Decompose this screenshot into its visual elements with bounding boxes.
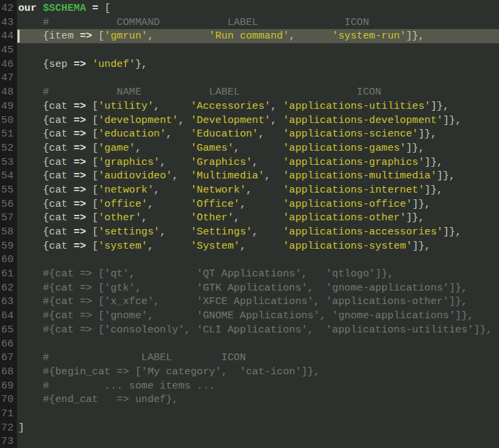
- line-number: 62: [0, 281, 17, 295]
- line-number: 66: [0, 337, 17, 351]
- code-line[interactable]: 57 {cat => ['other', 'Other', 'applicati…: [0, 211, 499, 225]
- code-line[interactable]: 64 #{cat => ['gnome', 'GNOME Application…: [0, 309, 499, 323]
- code-text: [17, 43, 499, 57]
- line-number: 60: [0, 253, 17, 267]
- code-line[interactable]: 55 {cat => ['network', 'Network', 'appli…: [0, 183, 499, 197]
- code-text: # COMMAND LABEL ICON: [17, 16, 499, 30]
- line-number: 53: [0, 155, 17, 170]
- text-cursor: [18, 30, 20, 43]
- line-number: 67: [0, 351, 17, 365]
- line-number: 54: [0, 169, 17, 183]
- code-text: {cat => ['audiovideo', 'Multimedia', 'ap…: [17, 169, 499, 183]
- code-text: {cat => ['graphics', 'Graphics', 'applic…: [17, 155, 499, 170]
- code-line[interactable]: 48 # NAME LABEL ICON: [0, 85, 499, 99]
- code-line[interactable]: 49 {cat => ['utility', 'Accessories', 'a…: [0, 99, 499, 114]
- line-number: 58: [0, 225, 17, 239]
- code-line[interactable]: 44 {item => ['gmrun', 'Run command', 'sy…: [0, 29, 499, 43]
- line-number: 56: [0, 197, 17, 211]
- line-number: 51: [0, 127, 17, 141]
- line-number: 42: [0, 1, 17, 16]
- code-text: #{begin_cat => ['My category', 'cat-icon…: [17, 365, 499, 379]
- code-line[interactable]: 69 # ... some items ...: [0, 379, 499, 393]
- code-line[interactable]: 63 #{cat => ['x_xfce', 'XFCE Application…: [0, 295, 499, 309]
- line-number: 63: [0, 295, 17, 309]
- code-text: ]: [17, 421, 499, 435]
- line-number: 55: [0, 183, 17, 197]
- code-text: our $SCHEMA = [: [17, 1, 499, 16]
- code-line[interactable]: 73: [0, 434, 499, 448]
- code-line[interactable]: 43 # COMMAND LABEL ICON: [0, 16, 499, 30]
- code-text: [17, 407, 499, 421]
- code-text: [17, 71, 499, 85]
- code-text: {cat => ['network', 'Network', 'applicat…: [17, 183, 499, 197]
- code-line[interactable]: 66: [0, 337, 499, 351]
- line-number: 43: [0, 16, 17, 30]
- code-text: #{cat => ['gtk', 'GTK Applications', 'gn…: [17, 281, 499, 295]
- code-lines: 42our $SCHEMA = [43 # COMMAND LABEL ICON…: [0, 1, 499, 448]
- code-line[interactable]: 53 {cat => ['graphics', 'Graphics', 'app…: [0, 155, 499, 170]
- line-number: 57: [0, 211, 17, 225]
- code-line[interactable]: 61 #{cat => ['qt', 'QT Applications', 'q…: [0, 267, 499, 281]
- line-number: 46: [0, 57, 17, 72]
- code-text: {cat => ['office', 'Office', 'applicatio…: [17, 197, 499, 211]
- line-number: 52: [0, 141, 17, 155]
- code-text: [17, 434, 499, 448]
- line-number: 71: [0, 407, 17, 421]
- line-number: 72: [0, 421, 17, 435]
- line-number: 69: [0, 379, 17, 393]
- line-number: 61: [0, 267, 17, 281]
- code-text: {sep => 'undef'},: [17, 57, 499, 72]
- code-text: #{cat => ['gnome', 'GNOME Applications',…: [17, 309, 499, 323]
- line-number: 45: [0, 43, 17, 57]
- code-line[interactable]: 59 {cat => ['system', 'System', 'applica…: [0, 239, 499, 253]
- code-line[interactable]: 54 {cat => ['audiovideo', 'Multimedia', …: [0, 169, 499, 183]
- code-text: {cat => ['other', 'Other', 'applications…: [17, 211, 499, 225]
- code-line[interactable]: 45: [0, 43, 499, 57]
- code-line[interactable]: 58 {cat => ['settings', 'Settings', 'app…: [0, 225, 499, 239]
- code-text: {cat => ['development', 'Development', '…: [17, 114, 499, 128]
- code-line[interactable]: 65 #{cat => ['consoleonly', 'CLI Applica…: [0, 323, 499, 337]
- line-number: 70: [0, 393, 17, 407]
- code-text: {cat => ['game', 'Games', 'applications-…: [17, 141, 499, 155]
- code-text: # ... some items ...: [17, 379, 499, 393]
- line-number: 47: [0, 71, 17, 85]
- code-line[interactable]: 60: [0, 253, 499, 267]
- line-number: 50: [0, 114, 17, 128]
- line-number: 59: [0, 239, 17, 253]
- code-line[interactable]: 56 {cat => ['office', 'Office', 'applica…: [0, 197, 499, 211]
- code-line[interactable]: 67 # LABEL ICON: [0, 351, 499, 365]
- code-text: {cat => ['education', 'Education', 'appl…: [17, 127, 499, 141]
- line-number: 44: [0, 29, 17, 43]
- code-editor: 42our $SCHEMA = [43 # COMMAND LABEL ICON…: [0, 0, 499, 448]
- line-number: 65: [0, 323, 17, 337]
- code-text: {item => ['gmrun', 'Run command', 'syste…: [17, 29, 499, 43]
- code-line[interactable]: 50 {cat => ['development', 'Development'…: [0, 114, 499, 128]
- code-text: #{cat => ['consoleonly', 'CLI Applicatio…: [17, 323, 499, 337]
- code-line[interactable]: 71: [0, 407, 499, 421]
- code-line[interactable]: 42our $SCHEMA = [: [0, 1, 499, 16]
- code-text: #{end_cat => undef},: [17, 393, 499, 407]
- code-text: {cat => ['utility', 'Accessories', 'appl…: [17, 99, 499, 114]
- line-number: 73: [0, 434, 17, 448]
- code-line[interactable]: 47: [0, 71, 499, 85]
- line-number: 48: [0, 85, 17, 99]
- code-text: [17, 253, 499, 267]
- code-text: #{cat => ['x_xfce', 'XFCE Applications',…: [17, 295, 499, 309]
- line-number: 68: [0, 365, 17, 379]
- line-number: 64: [0, 309, 17, 323]
- code-text: # LABEL ICON: [17, 351, 499, 365]
- code-line[interactable]: 72]: [0, 421, 499, 435]
- code-text: {cat => ['system', 'System', 'applicatio…: [17, 239, 499, 253]
- code-line[interactable]: 51 {cat => ['education', 'Education', 'a…: [0, 127, 499, 141]
- code-line[interactable]: 70 #{end_cat => undef},: [0, 393, 499, 407]
- code-line[interactable]: 46 {sep => 'undef'},: [0, 57, 499, 72]
- code-text: #{cat => ['qt', 'QT Applications', 'qtlo…: [17, 267, 499, 281]
- code-line[interactable]: 68 #{begin_cat => ['My category', 'cat-i…: [0, 365, 499, 379]
- code-text: [17, 337, 499, 351]
- line-number: 49: [0, 99, 17, 114]
- code-text: # NAME LABEL ICON: [17, 85, 499, 99]
- code-line[interactable]: 52 {cat => ['game', 'Games', 'applicatio…: [0, 141, 499, 155]
- code-line[interactable]: 62 #{cat => ['gtk', 'GTK Applications', …: [0, 281, 499, 295]
- code-text: {cat => ['settings', 'Settings', 'applic…: [17, 225, 499, 239]
